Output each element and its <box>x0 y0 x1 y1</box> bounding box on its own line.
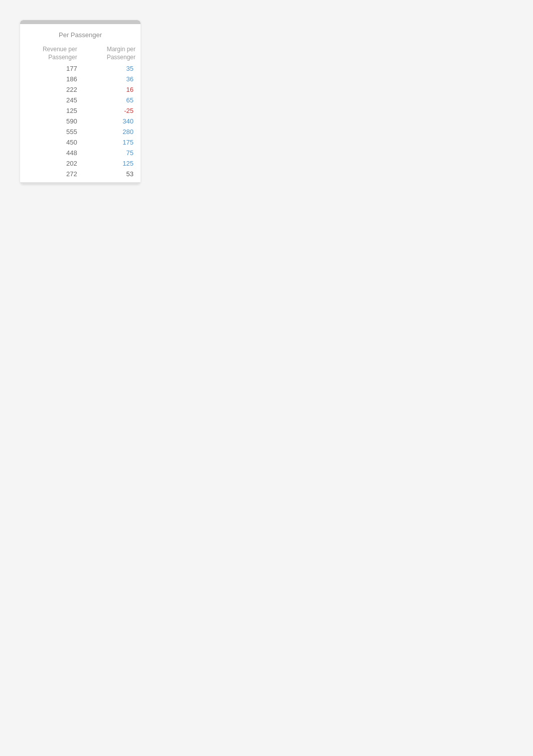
cell-margin: 125 <box>82 158 141 169</box>
table-row: 22216 <box>20 84 141 95</box>
cell-revenue: 125 <box>20 105 82 116</box>
cell-margin: 36 <box>82 74 141 84</box>
cell-margin: 175 <box>82 137 141 148</box>
cell-margin: -25 <box>82 105 141 116</box>
table-row: 590340 <box>20 116 141 127</box>
card-footer-bar <box>20 182 141 184</box>
table-row: 17735 <box>20 63 141 74</box>
col-header-revenue: Revenue per Passenger <box>20 44 82 63</box>
cell-revenue: 202 <box>20 158 82 169</box>
table-row: 24565 <box>20 95 141 105</box>
table-row: 27253 <box>20 169 141 179</box>
data-table: Revenue per Passenger Margin per Passeng… <box>20 44 141 179</box>
table-row: 450175 <box>20 137 141 148</box>
cell-revenue: 186 <box>20 74 82 84</box>
cell-margin: 340 <box>82 116 141 127</box>
cell-revenue: 555 <box>20 127 82 137</box>
per-passenger-card: Per Passenger Revenue per Passenger Marg… <box>20 20 141 184</box>
table-row: 18636 <box>20 74 141 84</box>
col-header-margin: Margin per Passenger <box>82 44 141 63</box>
table-row: 202125 <box>20 158 141 169</box>
cell-revenue: 245 <box>20 95 82 105</box>
cell-margin: 280 <box>82 127 141 137</box>
card-header-bar <box>20 20 141 24</box>
cell-revenue: 272 <box>20 169 82 179</box>
table-row: 44875 <box>20 148 141 158</box>
cell-margin: 35 <box>82 63 141 74</box>
cell-revenue: 590 <box>20 116 82 127</box>
cell-margin: 75 <box>82 148 141 158</box>
cell-revenue: 222 <box>20 84 82 95</box>
card-title: Per Passenger <box>20 24 141 44</box>
cell-revenue: 177 <box>20 63 82 74</box>
cell-revenue: 448 <box>20 148 82 158</box>
table-row: 555280 <box>20 127 141 137</box>
cell-margin: 16 <box>82 84 141 95</box>
table-row: 125-25 <box>20 105 141 116</box>
cell-margin: 65 <box>82 95 141 105</box>
cell-margin: 53 <box>82 169 141 179</box>
cell-revenue: 450 <box>20 137 82 148</box>
